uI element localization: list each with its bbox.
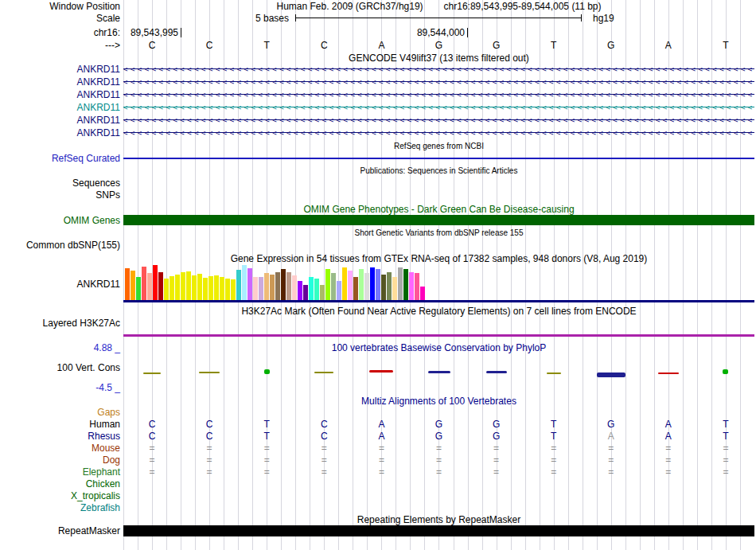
gtex-tissue-bar[interactable] xyxy=(270,275,275,300)
gtex-tissue-bar[interactable] xyxy=(325,269,330,300)
multiz-alignment-cell[interactable]: G xyxy=(431,419,447,430)
gtex-tissue-bar[interactable] xyxy=(125,268,130,300)
gtex-tissue-bar[interactable] xyxy=(420,287,425,300)
multiz-alignment-cell[interactable]: = xyxy=(603,443,619,454)
gtex-tissue-bar[interactable] xyxy=(203,278,208,300)
phylop-conservation-mark[interactable] xyxy=(658,373,679,374)
multiz-alignment-cell[interactable]: = xyxy=(201,454,217,466)
multiz-alignment-cell[interactable]: T xyxy=(546,419,562,430)
multiz-alignment-cell[interactable]: = xyxy=(489,454,505,466)
gtex-tissue-bar[interactable] xyxy=(131,271,135,300)
gtex-tissue-bar[interactable] xyxy=(164,279,169,300)
multiz-alignment-cell[interactable]: = xyxy=(661,454,676,466)
multiz-alignment-cell[interactable]: = xyxy=(431,466,447,478)
gtex-tissue-bar[interactable] xyxy=(220,277,224,300)
multiz-alignment-cell[interactable]: C xyxy=(144,419,160,430)
refseq-curated-label[interactable]: RefSeq Curated xyxy=(0,153,120,164)
multiz-alignment-cell[interactable]: T xyxy=(259,419,275,430)
phylop-conservation-mark[interactable] xyxy=(314,372,333,373)
gtex-tissue-bar[interactable] xyxy=(381,275,386,300)
multiz-alignment-cell[interactable]: T xyxy=(718,419,734,430)
multiz-alignment-cell[interactable]: T xyxy=(718,431,734,442)
gtex-gene-model-line[interactable] xyxy=(123,300,754,302)
gtex-tissue-bar[interactable] xyxy=(136,277,141,300)
gencode-gene-label[interactable]: ANKRD11 xyxy=(0,102,120,113)
multiz-alignment-cell[interactable]: = xyxy=(489,466,505,478)
multiz-alignment-cell[interactable]: A xyxy=(373,419,389,430)
gtex-tissue-bar[interactable] xyxy=(398,267,403,300)
multiz-alignment-cell[interactable]: = xyxy=(316,466,332,478)
gtex-tissue-bar[interactable] xyxy=(370,267,375,300)
multiz-alignment-cell[interactable]: C xyxy=(316,419,332,430)
gtex-tissue-bar[interactable] xyxy=(153,265,158,300)
gtex-tissue-bar[interactable] xyxy=(275,272,280,300)
multiz-alignment-cell[interactable]: T xyxy=(259,431,275,442)
h3k27ac-signal-track[interactable] xyxy=(123,334,754,337)
phylop-conservation-mark[interactable] xyxy=(723,369,728,374)
gtex-tissue-bar[interactable] xyxy=(214,275,219,300)
gtex-tissue-bar[interactable] xyxy=(409,272,414,300)
gtex-tissue-bar[interactable] xyxy=(142,267,146,300)
multiz-alignment-cell[interactable]: = xyxy=(316,443,332,454)
multiz-alignment-cell[interactable]: C xyxy=(144,431,160,442)
gtex-tissue-bar[interactable] xyxy=(342,267,347,300)
multiz-alignment-cell[interactable]: = xyxy=(603,466,619,478)
multiz-alignment-cell[interactable]: = xyxy=(431,454,447,466)
phylop-conservation-mark[interactable] xyxy=(428,371,450,373)
gencode-gene-row[interactable]: <<<<<<<<<<<<<<<<<<<<<<<<<<<<<<<<<<<<<<<<… xyxy=(123,128,754,138)
multiz-species-label[interactable]: Zebrafish xyxy=(0,502,120,513)
repeatmasker-track[interactable] xyxy=(123,525,754,536)
multiz-alignment-cell[interactable]: = xyxy=(144,454,160,466)
gencode-gene-row[interactable]: <<<<<<<<<<<<<<<<<<<<<<<<<<<<<<<<<<<<<<<<… xyxy=(123,103,754,112)
gtex-tissue-bar[interactable] xyxy=(236,270,241,300)
repeatmasker-track-label[interactable]: RepeatMasker xyxy=(0,525,120,536)
gencode-gene-label[interactable]: ANKRD11 xyxy=(0,115,120,126)
gtex-tissue-bar[interactable] xyxy=(147,273,152,300)
multiz-alignment-cell[interactable]: A xyxy=(603,431,619,442)
omim-genes-track[interactable] xyxy=(123,215,754,225)
gtex-tissue-bar[interactable] xyxy=(364,273,369,300)
gtex-tissue-bar[interactable] xyxy=(303,285,308,300)
gencode-gene-row[interactable]: <<<<<<<<<<<<<<<<<<<<<<<<<<<<<<<<<<<<<<<<… xyxy=(123,77,754,87)
gtex-tissue-bar[interactable] xyxy=(175,275,180,300)
gtex-tissue-bar[interactable] xyxy=(259,277,263,300)
multiz-alignment-cell[interactable]: = xyxy=(718,466,734,478)
gtex-tissue-bar[interactable] xyxy=(298,281,302,300)
gtex-tissue-bar[interactable] xyxy=(387,272,392,300)
multiz-alignment-cell[interactable]: G xyxy=(489,431,505,442)
gtex-tissue-bar[interactable] xyxy=(415,273,419,300)
multiz-alignment-cell[interactable]: = xyxy=(603,454,619,466)
gtex-tissue-bar[interactable] xyxy=(331,273,336,300)
multiz-species-label[interactable]: Human xyxy=(0,419,120,430)
gtex-gene-label[interactable]: ANKRD11 xyxy=(0,279,120,290)
gtex-tissue-bar[interactable] xyxy=(247,268,252,300)
phylop-conservation-mark[interactable] xyxy=(547,373,561,374)
multiz-alignment-cell[interactable]: = xyxy=(546,454,562,466)
phylop-conservation-mark[interactable] xyxy=(369,370,393,373)
multiz-alignment-cell[interactable]: = xyxy=(661,466,676,478)
gtex-tissue-bar[interactable] xyxy=(253,277,258,300)
multiz-species-label[interactable]: Rhesus xyxy=(0,431,120,442)
multiz-species-label[interactable]: Mouse xyxy=(0,443,120,454)
gencode-gene-label[interactable]: ANKRD11 xyxy=(0,127,120,138)
gtex-tissue-bar[interactable] xyxy=(359,269,364,300)
gtex-tissue-bar[interactable] xyxy=(192,275,197,300)
gtex-tissue-bar[interactable] xyxy=(170,276,174,300)
gtex-tissue-bar[interactable] xyxy=(281,269,286,300)
gencode-gene-label[interactable]: ANKRD11 xyxy=(0,76,120,88)
gtex-tissue-bar[interactable] xyxy=(314,279,319,300)
multiz-alignment-cell[interactable]: = xyxy=(373,454,389,466)
multiz-alignment-cell[interactable]: C xyxy=(201,431,217,442)
multiz-species-label[interactable]: Elephant xyxy=(0,466,120,478)
gencode-gene-row[interactable]: <<<<<<<<<<<<<<<<<<<<<<<<<<<<<<<<<<<<<<<<… xyxy=(123,90,754,99)
gtex-tissue-bar[interactable] xyxy=(337,281,341,300)
phylop-conservation-mark[interactable] xyxy=(264,369,270,374)
sequences-track-label[interactable]: Sequences xyxy=(0,177,120,189)
multiz-alignment-cell[interactable]: = xyxy=(718,454,734,466)
phylop-conservation-mark[interactable] xyxy=(597,373,625,377)
multiz-alignment-cell[interactable]: G xyxy=(603,419,619,430)
multiz-alignment-cell[interactable]: = xyxy=(431,443,447,454)
multiz-alignment-cell[interactable]: T xyxy=(546,431,562,442)
phylop-conservation-mark[interactable] xyxy=(486,371,507,373)
gtex-tissue-bar[interactable] xyxy=(348,271,353,300)
